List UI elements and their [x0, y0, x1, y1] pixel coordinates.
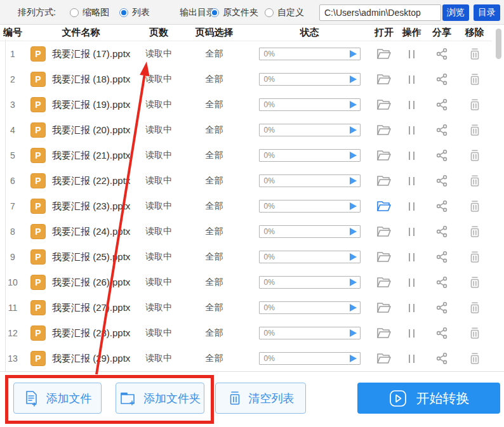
- page-range[interactable]: 全部: [181, 74, 248, 85]
- play-icon[interactable]: [350, 152, 357, 159]
- share-button[interactable]: [427, 200, 457, 213]
- open-folder-button[interactable]: [371, 251, 397, 263]
- open-folder-button[interactable]: [371, 48, 397, 60]
- table-row: 7 P 我要汇报 (23).pptx 读取中 全部 0%: [0, 194, 492, 219]
- share-button[interactable]: [427, 149, 457, 162]
- remove-button[interactable]: [457, 48, 492, 60]
- open-folder-button[interactable]: [371, 225, 397, 238]
- open-folder-button[interactable]: [371, 352, 397, 365]
- page-range[interactable]: 全部: [181, 175, 248, 187]
- browse-button[interactable]: 浏览: [442, 4, 469, 21]
- add-file-button[interactable]: 添加文件: [13, 383, 102, 414]
- play-icon[interactable]: [350, 126, 357, 134]
- clear-list-button[interactable]: 清空列表: [215, 383, 306, 414]
- page-range[interactable]: 全部: [181, 302, 248, 313]
- page-range[interactable]: 全部: [181, 200, 248, 212]
- page-range[interactable]: 全部: [181, 251, 248, 263]
- share-button[interactable]: [427, 301, 457, 314]
- pause-button[interactable]: [397, 101, 427, 109]
- remove-button[interactable]: [457, 225, 492, 238]
- pause-button[interactable]: [397, 152, 427, 160]
- play-icon[interactable]: [350, 177, 357, 185]
- remove-button[interactable]: [457, 149, 492, 162]
- page-range[interactable]: 全部: [181, 99, 248, 110]
- page-range[interactable]: 全部: [181, 327, 248, 339]
- directory-button[interactable]: 目录: [474, 4, 500, 21]
- pause-button[interactable]: [397, 50, 427, 58]
- row-number: 7: [0, 201, 25, 211]
- share-button[interactable]: [427, 48, 457, 60]
- open-folder-button[interactable]: [371, 149, 397, 162]
- play-icon[interactable]: [350, 202, 357, 210]
- pause-button[interactable]: [397, 304, 427, 312]
- share-button[interactable]: [427, 276, 457, 289]
- play-icon[interactable]: [350, 101, 357, 108]
- radio-list-view[interactable]: 列表: [119, 0, 150, 25]
- play-icon[interactable]: [350, 228, 357, 235]
- play-icon[interactable]: [350, 279, 357, 286]
- pause-button[interactable]: [397, 76, 427, 84]
- play-icon[interactable]: [350, 76, 357, 83]
- pause-button[interactable]: [397, 177, 427, 185]
- remove-button[interactable]: [457, 98, 492, 111]
- play-icon[interactable]: [350, 253, 357, 261]
- pause-button[interactable]: [397, 228, 427, 236]
- open-folder-button[interactable]: [371, 98, 397, 111]
- share-button[interactable]: [427, 174, 457, 187]
- add-folder-button[interactable]: 添加文件夹: [116, 383, 204, 414]
- radio-original-folder[interactable]: 原文件夹: [210, 0, 258, 25]
- share-button[interactable]: [427, 73, 457, 86]
- remove-button[interactable]: [457, 251, 492, 263]
- page-range[interactable]: 全部: [181, 277, 248, 288]
- open-folder-button[interactable]: [371, 301, 397, 314]
- progress-percent: 0%: [264, 278, 275, 287]
- start-convert-button[interactable]: 开始转换: [357, 383, 500, 414]
- table-row: 6 P 我要汇报 (22).pptx 读取中 全部 0%: [0, 168, 492, 194]
- header-number: 编号: [0, 25, 25, 41]
- remove-button[interactable]: [457, 276, 492, 289]
- share-button[interactable]: [427, 327, 457, 339]
- trash-icon: [468, 73, 481, 86]
- radio-custom-folder[interactable]: 自定义: [265, 0, 304, 25]
- pause-button[interactable]: [397, 126, 427, 135]
- page-range[interactable]: 全部: [181, 226, 248, 237]
- share-button[interactable]: [427, 352, 457, 365]
- play-icon[interactable]: [350, 304, 357, 312]
- page-range[interactable]: 全部: [181, 150, 248, 161]
- pause-button[interactable]: [397, 253, 427, 261]
- remove-button[interactable]: [457, 174, 492, 187]
- remove-button[interactable]: [457, 73, 492, 86]
- pause-button[interactable]: [397, 329, 427, 338]
- share-button[interactable]: [427, 251, 457, 263]
- output-path-input[interactable]: [319, 4, 441, 21]
- pause-icon: [409, 177, 414, 185]
- play-icon[interactable]: [350, 355, 357, 362]
- progress-bar: 0%: [259, 200, 361, 213]
- open-folder-button[interactable]: [371, 124, 397, 136]
- remove-button[interactable]: [457, 327, 492, 339]
- pause-button[interactable]: [397, 202, 427, 211]
- pause-button[interactable]: [397, 279, 427, 287]
- play-icon[interactable]: [350, 50, 357, 58]
- share-button[interactable]: [427, 124, 457, 136]
- open-folder-button[interactable]: [371, 327, 397, 339]
- share-button[interactable]: [427, 98, 457, 111]
- page-range[interactable]: 全部: [181, 353, 248, 364]
- scrollbar-thumb[interactable]: [496, 29, 501, 59]
- share-button[interactable]: [427, 225, 457, 238]
- radio-original-folder-label: 原文件夹: [223, 7, 258, 18]
- remove-button[interactable]: [457, 200, 492, 213]
- pause-button[interactable]: [397, 355, 427, 363]
- play-icon[interactable]: [350, 329, 357, 337]
- radio-thumbnail-view[interactable]: 缩略图: [70, 0, 109, 25]
- open-folder-button[interactable]: [371, 174, 397, 187]
- open-folder-button[interactable]: [371, 73, 397, 86]
- trash-icon: [468, 98, 481, 111]
- open-folder-button[interactable]: [371, 200, 397, 213]
- remove-button[interactable]: [457, 301, 492, 314]
- remove-button[interactable]: [457, 124, 492, 136]
- open-folder-button[interactable]: [371, 276, 397, 289]
- page-range[interactable]: 全部: [181, 124, 248, 136]
- page-range[interactable]: 全部: [181, 48, 248, 60]
- remove-button[interactable]: [457, 352, 492, 365]
